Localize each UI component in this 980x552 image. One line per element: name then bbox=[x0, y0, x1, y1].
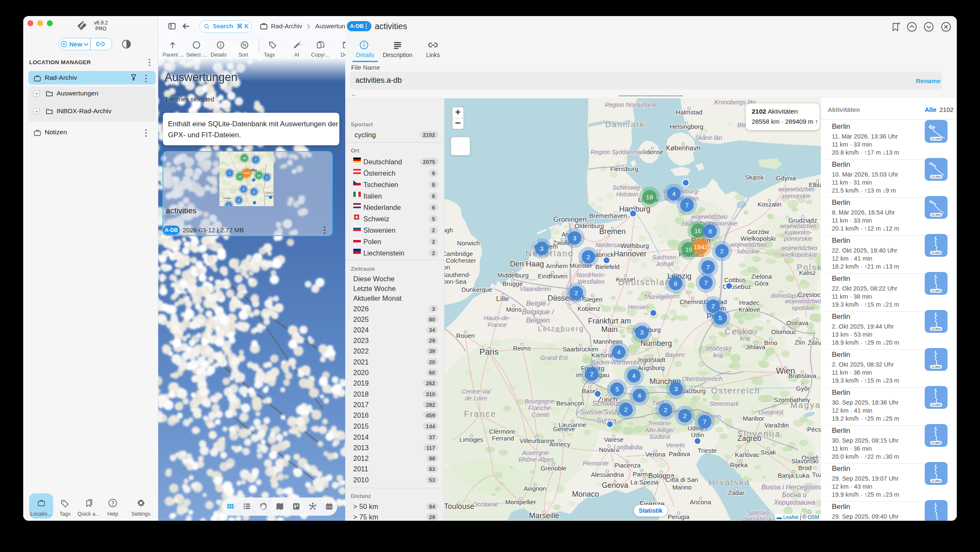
svg-text:Jihlava: Jihlava bbox=[746, 343, 766, 351]
svg-text:Ingolstadt: Ingolstadt bbox=[638, 356, 666, 363]
svg-text:Grand Est: Grand Est bbox=[540, 354, 568, 361]
svg-text:Ferrand: Ferrand bbox=[492, 435, 514, 442]
svg-text:Hessen: Hessen bbox=[628, 304, 648, 310]
svg-text:Alessandria: Alessandria bbox=[591, 471, 624, 478]
svg-text:Siegen: Siegen bbox=[583, 296, 603, 303]
svg-text:7: 7 bbox=[706, 264, 709, 271]
svg-text:Anhalt: Anhalt bbox=[656, 261, 674, 267]
svg-text:Monaco: Monaco bbox=[572, 490, 599, 498]
svg-text:Bayern: Bayern bbox=[665, 351, 685, 358]
svg-text:18: 18 bbox=[646, 193, 653, 201]
svg-text:Grenoble: Grenoble bbox=[541, 465, 567, 472]
svg-text:Oberösterreich: Oberösterreich bbox=[682, 375, 723, 382]
svg-text:7: 7 bbox=[704, 279, 707, 286]
svg-text:Wolfsburg: Wolfsburg bbox=[620, 242, 649, 249]
svg-text:Schleswig-: Schleswig- bbox=[612, 184, 642, 191]
svg-text:Main: Main bbox=[601, 325, 618, 334]
svg-text:Mons: Mons bbox=[506, 306, 522, 313]
svg-text:Montpellier: Montpellier bbox=[505, 498, 536, 506]
svg-text:Dunántúl: Dunántúl bbox=[758, 409, 783, 416]
svg-text:België /: België / bbox=[526, 299, 551, 307]
svg-text:(Saale): (Saale) bbox=[223, 197, 231, 199]
svg-text:12: 12 bbox=[238, 175, 241, 178]
svg-text:3: 3 bbox=[540, 245, 543, 252]
svg-text:Piemonte: Piemonte bbox=[583, 460, 609, 467]
svg-text:Padova: Padova bbox=[669, 450, 690, 457]
svg-text:wielkopolskie: wielkopolskie bbox=[781, 251, 817, 258]
svg-text:4: 4 bbox=[638, 392, 641, 399]
svg-text:Centre-Val: Centre-Val bbox=[462, 388, 491, 395]
svg-text:pomorskie: pomorskie bbox=[784, 235, 812, 242]
svg-text:Kalisz: Kalisz bbox=[799, 269, 816, 276]
svg-text:Sisak: Sisak bbox=[761, 449, 776, 456]
svg-text:2: 2 bbox=[590, 370, 593, 378]
svg-text:Varaždin: Varaždin bbox=[764, 421, 789, 429]
svg-text:Verona: Verona bbox=[645, 451, 666, 458]
svg-text:Magyarors: Magyarors bbox=[790, 400, 821, 410]
svg-text:France: France bbox=[464, 409, 496, 419]
svg-text:2: 2 bbox=[683, 412, 687, 419]
svg-text:Paris: Paris bbox=[479, 347, 498, 356]
svg-text:Middelburg: Middelburg bbox=[498, 272, 529, 279]
svg-text:Lëtzebuerg: Lëtzebuerg bbox=[538, 325, 584, 333]
svg-text:Genève: Genève bbox=[553, 425, 575, 432]
svg-text:Česko: Česko bbox=[725, 327, 754, 336]
svg-text:kujawsko-: kujawsko- bbox=[785, 229, 812, 236]
svg-text:4: 4 bbox=[672, 190, 676, 197]
svg-text:3: 3 bbox=[640, 329, 644, 336]
svg-text:Žilina: Žilina bbox=[808, 339, 821, 346]
svg-text:La Spezia: La Spezia bbox=[631, 479, 659, 486]
svg-text:Südtirol: Südtirol bbox=[649, 433, 670, 440]
svg-text:Città di San: Città di San bbox=[666, 476, 698, 483]
svg-text:7: 7 bbox=[685, 201, 689, 209]
svg-text:5: 5 bbox=[718, 314, 722, 321]
svg-text:2: 2 bbox=[243, 188, 244, 191]
svg-text:2: 2 bbox=[587, 253, 590, 261]
svg-text:Králové: Králové bbox=[739, 306, 760, 313]
svg-text:Jihočeský: Jihočeský bbox=[704, 345, 732, 352]
svg-text:Helsingborg: Helsingborg bbox=[670, 123, 704, 130]
svg-text:województwo: województwo bbox=[780, 223, 816, 229]
svg-text:Hauts-de-: Hauts-de- bbox=[484, 315, 511, 321]
svg-text:Holstein: Holstein bbox=[616, 191, 638, 198]
svg-text:Avignon: Avignon bbox=[524, 485, 547, 492]
svg-text:województwo: województwo bbox=[785, 298, 821, 305]
svg-text:Zadar: Zadar bbox=[728, 489, 744, 496]
svg-text:7: 7 bbox=[229, 172, 230, 175]
svg-text:Danmark: Danmark bbox=[605, 120, 645, 129]
svg-text:Cottbus: Cottbus bbox=[724, 276, 746, 283]
svg-text:Marseille: Marseille bbox=[529, 511, 560, 520]
svg-text:Brod: Brod bbox=[798, 464, 812, 471]
svg-text:Clermont-: Clermont- bbox=[489, 428, 517, 435]
svg-text:kraj: kraj bbox=[713, 352, 723, 359]
svg-text:2: 2 bbox=[574, 289, 578, 296]
svg-text:Den Haag: Den Haag bbox=[510, 260, 544, 268]
svg-text:7: 7 bbox=[255, 158, 257, 161]
svg-text:København: København bbox=[666, 144, 701, 152]
svg-text:Trentino-: Trentino- bbox=[647, 420, 671, 427]
svg-text:8: 8 bbox=[674, 280, 677, 287]
svg-text:Koszalin: Koszalin bbox=[758, 201, 782, 208]
svg-text:Splitsko-: Splitsko- bbox=[747, 509, 771, 516]
svg-text:Skåne län: Skåne län bbox=[695, 134, 722, 141]
svg-text:Zagreb: Zagreb bbox=[737, 434, 761, 443]
svg-text:on: on bbox=[444, 278, 450, 285]
svg-text:Bosna i Hercegovina /: Bosna i Hercegovina / bbox=[761, 484, 821, 491]
svg-text:Veneto: Veneto bbox=[666, 442, 685, 449]
svg-text:Gdynia: Gdynia bbox=[776, 174, 796, 182]
svg-text:Banja Luka: Banja Luka bbox=[778, 472, 810, 479]
svg-text:Tuzla: Tuzla bbox=[812, 471, 821, 478]
svg-text:Босна и: Босна и bbox=[782, 491, 807, 498]
svg-text:Hradec: Hradec bbox=[739, 299, 760, 306]
svg-text:Sachsen-: Sachsen- bbox=[652, 254, 678, 261]
svg-text:Toulouse: Toulouse bbox=[444, 502, 474, 511]
svg-text:województwo: województwo bbox=[781, 245, 817, 251]
svg-text:Zlín: Zlín bbox=[795, 339, 805, 346]
svg-text:Thüringen: Thüringen bbox=[643, 294, 671, 300]
svg-text:8: 8 bbox=[708, 228, 712, 235]
svg-text:Limoges: Limoges bbox=[460, 436, 484, 443]
svg-text:Steiermark: Steiermark bbox=[709, 400, 739, 407]
svg-text:województwo: województwo bbox=[730, 241, 766, 248]
svg-text:lubuskie: lubuskie bbox=[737, 248, 760, 255]
svg-text:4: 4 bbox=[617, 348, 620, 356]
